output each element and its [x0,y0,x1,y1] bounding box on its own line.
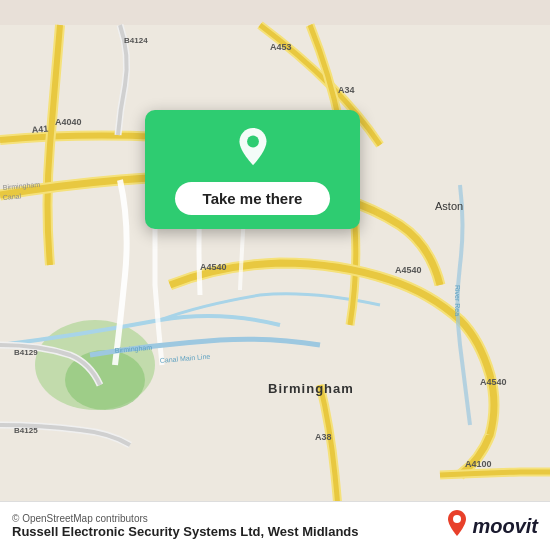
svg-text:Aston: Aston [435,200,463,212]
map-roads: A41 A4040 A4040 A453 A34 B4124 A4540 A45… [0,0,550,550]
action-card: Take me there [145,110,360,229]
svg-text:Birmingham: Birmingham [268,381,354,396]
svg-text:A453: A453 [270,42,292,52]
svg-text:A4100: A4100 [465,459,492,469]
svg-point-23 [247,136,259,148]
osm-credit: © OpenStreetMap contributors [12,513,359,524]
svg-text:A4540: A4540 [200,262,227,272]
take-me-there-button[interactable]: Take me there [175,182,331,215]
bottom-info: © OpenStreetMap contributors Russell Ele… [12,513,359,539]
moovit-pin-icon [446,510,468,542]
map-container[interactable]: A41 A4040 A4040 A453 A34 B4124 A4540 A45… [0,0,550,550]
svg-text:A4040: A4040 [55,117,82,127]
location-pin-icon [231,128,275,172]
bottom-bar: © OpenStreetMap contributors Russell Ele… [0,501,550,550]
svg-text:B4129: B4129 [14,348,38,357]
svg-text:A38: A38 [315,432,332,442]
svg-text:A4540: A4540 [395,265,422,275]
svg-text:A41: A41 [31,124,48,135]
moovit-text: moovit [472,515,538,538]
svg-text:B4124: B4124 [124,36,148,45]
svg-text:B4125: B4125 [14,426,38,435]
svg-text:River Rea: River Rea [454,285,461,316]
svg-point-24 [453,515,461,523]
svg-rect-0 [0,25,550,525]
svg-text:A4540: A4540 [480,377,507,387]
place-name: Russell Electronic Security Systems Ltd,… [12,524,359,539]
moovit-logo: moovit [446,510,538,542]
svg-text:A34: A34 [338,85,355,95]
